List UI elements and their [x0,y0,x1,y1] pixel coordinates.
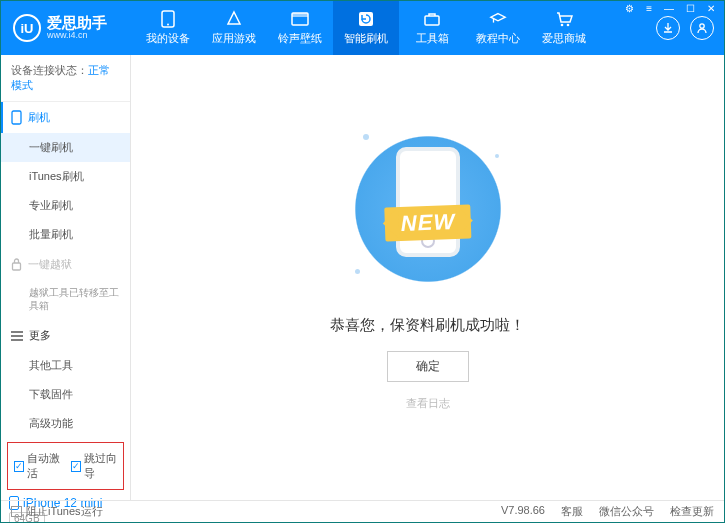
maximize-icon[interactable]: ☐ [683,3,698,14]
settings-icon[interactable]: ⚙ [622,3,637,14]
brand-url: www.i4.cn [47,31,107,41]
minimize-icon[interactable]: — [661,3,677,14]
sidebar: 设备连接状态：正常模式 刷机 一键刷机 iTunes刷机 专业刷机 批量刷机 一… [1,55,131,500]
jailbreak-moved-msg: 越狱工具已转移至工具箱 [1,280,130,320]
nav-tutorials[interactable]: 教程中心 [465,1,531,55]
brand-logo-icon: iU [13,14,41,42]
phone-icon [159,10,177,28]
phone-icon [11,110,22,125]
list-icon [11,331,23,341]
svg-rect-10 [13,263,21,270]
sidebar-group-jailbreak[interactable]: 一键越狱 [1,249,130,280]
sidebar-group-more[interactable]: 更多 [1,320,130,351]
graduation-icon [489,10,507,28]
new-banner: NEW [384,204,471,241]
svg-point-8 [700,24,704,28]
success-illustration: NEW [343,124,513,294]
wechat-link[interactable]: 微信公众号 [599,504,654,519]
sidebar-group-label: 更多 [29,328,51,343]
nav-label: 智能刷机 [344,31,388,46]
status-bar: 阻止iTunes运行 V7.98.66 客服 微信公众号 检查更新 [1,500,724,522]
brand-name: 爱思助手 [47,15,107,32]
title-bar: iU 爱思助手 www.i4.cn 我的设备 应用游戏 铃声壁纸 智能刷机 工具… [1,1,724,55]
brand: iU 爱思助手 www.i4.cn [1,14,119,42]
close-icon[interactable]: ✕ [704,3,718,14]
nav-apps[interactable]: 应用游戏 [201,1,267,55]
main-content: NEW 恭喜您，保资料刷机成功啦！ 确定 查看日志 [131,55,724,500]
nav-toolbox[interactable]: 工具箱 [399,1,465,55]
sidebar-group-label: 刷机 [28,110,50,125]
nav-label: 教程中心 [476,31,520,46]
svg-rect-3 [292,13,308,17]
service-link[interactable]: 客服 [561,504,583,519]
block-itunes-checkbox[interactable]: 阻止iTunes运行 [11,504,103,519]
success-message: 恭喜您，保资料刷机成功啦！ [330,316,525,335]
nav-label: 我的设备 [146,31,190,46]
checkbox-auto-activate[interactable]: ✓ 自动激活 [14,451,61,481]
svg-point-6 [561,24,564,27]
window-controls: ⚙ ≡ — ☐ ✕ [622,3,718,14]
download-button[interactable] [656,16,680,40]
sidebar-item-download-fw[interactable]: 下载固件 [1,380,130,409]
svg-point-1 [167,24,169,26]
nav-flash[interactable]: 智能刷机 [333,1,399,55]
nav-my-device[interactable]: 我的设备 [135,1,201,55]
nav-label: 铃声壁纸 [278,31,322,46]
check-update-link[interactable]: 检查更新 [670,504,714,519]
user-button[interactable] [690,16,714,40]
menu-icon[interactable]: ≡ [643,3,655,14]
checkmark-icon: ✓ [71,461,81,472]
view-log-link[interactable]: 查看日志 [406,396,450,411]
nav-ringtones[interactable]: 铃声壁纸 [267,1,333,55]
checkbox-icon [11,506,22,517]
sidebar-item-advanced[interactable]: 高级功能 [1,409,130,438]
svg-rect-5 [425,16,439,25]
wallpaper-icon [291,10,309,28]
top-nav: 我的设备 应用游戏 铃声壁纸 智能刷机 工具箱 教程中心 爱思商城 [135,1,597,55]
lock-icon [11,258,22,271]
checkbox-skip-guide[interactable]: ✓ 跳过向导 [71,451,118,481]
svg-point-7 [567,24,570,27]
nav-store[interactable]: 爱思商城 [531,1,597,55]
refresh-icon [357,10,375,28]
checkbox-row: ✓ 自动激活 ✓ 跳过向导 [7,442,124,490]
checkmark-icon: ✓ [14,461,24,472]
apps-icon [225,10,243,28]
svg-rect-9 [12,111,21,124]
cart-icon [555,10,573,28]
nav-label: 工具箱 [416,31,449,46]
sidebar-item-othertools[interactable]: 其他工具 [1,351,130,380]
nav-label: 应用游戏 [212,31,256,46]
confirm-button[interactable]: 确定 [387,351,469,382]
sidebar-group-label: 一键越狱 [28,257,72,272]
version-label: V7.98.66 [501,504,545,519]
sidebar-group-flash[interactable]: 刷机 [1,102,130,133]
toolbox-icon [423,10,441,28]
nav-label: 爱思商城 [542,31,586,46]
sidebar-item-pro[interactable]: 专业刷机 [1,191,130,220]
connection-status: 设备连接状态：正常模式 [1,55,130,102]
sidebar-item-batch[interactable]: 批量刷机 [1,220,130,249]
sidebar-item-oneclick[interactable]: 一键刷机 [1,133,130,162]
sidebar-item-itunes[interactable]: iTunes刷机 [1,162,130,191]
